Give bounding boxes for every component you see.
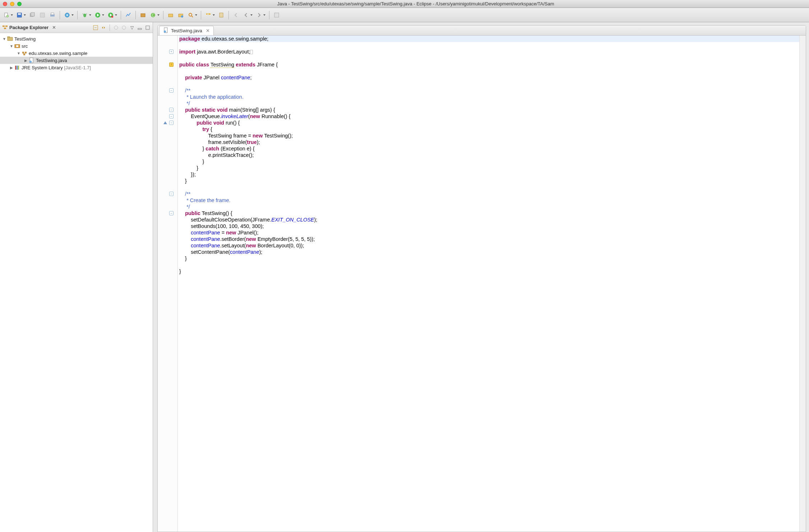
package-explorer-actions: ▽ (93, 24, 151, 31)
tree-label-decoration: [JavaSE-1.7] (64, 65, 91, 70)
source-folder-icon (14, 43, 20, 49)
svg-rect-6 (40, 13, 45, 17)
filters-button[interactable] (121, 25, 127, 31)
link-editor-button[interactable] (101, 25, 106, 31)
editor-tab-active[interactable]: J TestSwing.java ✕ (159, 26, 214, 35)
svg-rect-3 (18, 13, 21, 15)
svg-rect-27 (219, 13, 223, 17)
svg-rect-48 (17, 66, 18, 70)
debug-button[interactable] (80, 11, 89, 19)
svg-rect-30 (5, 25, 8, 27)
svg-rect-16 (111, 16, 113, 18)
svg-point-22 (181, 15, 183, 18)
svg-point-34 (122, 26, 126, 29)
svg-rect-26 (208, 13, 211, 15)
run-button[interactable] (93, 11, 102, 19)
svg-rect-49 (18, 66, 19, 70)
close-tab-icon[interactable]: ✕ (206, 28, 210, 33)
svg-rect-25 (206, 13, 208, 15)
tree-file-selected[interactable]: ▶ J TestSwing.java (0, 57, 153, 64)
editor-container: J TestSwing.java ✕ ! package edu.utexas.… (157, 25, 806, 532)
svg-rect-40 (16, 45, 18, 47)
open-resource-button[interactable] (176, 11, 185, 19)
save-disabled-button (38, 11, 47, 19)
svg-rect-28 (274, 13, 279, 17)
package-explorer-pane: Package Explorer ✕ ▽ ▼ TestSwing ▼ (0, 22, 153, 532)
tree-project[interactable]: ▼ TestSwing (0, 35, 153, 42)
search-button[interactable] (186, 11, 195, 19)
toggle-breadcrumb-button[interactable] (204, 11, 213, 19)
print-button[interactable] (48, 11, 57, 19)
project-icon (7, 36, 13, 42)
svg-point-23 (189, 13, 192, 16)
disclosure-icon[interactable]: ▶ (9, 66, 14, 70)
nav-back-button[interactable] (242, 11, 250, 19)
toolbar-separator (60, 11, 60, 19)
toolbar-separator (77, 11, 78, 19)
editor-tab-label: TestSwing.java (171, 28, 202, 33)
toolbar-separator (135, 11, 136, 19)
titlebar: Java - TestSwing/src/edu/utexas/se/swing… (0, 0, 809, 8)
toolbar-separator (201, 11, 201, 19)
collapse-all-button[interactable] (93, 25, 98, 31)
window-controls (3, 2, 22, 6)
view-menu-button[interactable]: ▽ (129, 25, 135, 31)
disclosure-icon[interactable]: ▼ (9, 44, 14, 48)
zoom-window-button[interactable] (17, 2, 22, 6)
action-separator (110, 24, 110, 31)
minimize-view-button[interactable] (137, 25, 143, 31)
perspective-button[interactable] (272, 11, 281, 19)
save-all-button[interactable] (28, 11, 37, 19)
svg-rect-42 (25, 52, 27, 53)
open-type-button[interactable] (166, 11, 175, 19)
build-button[interactable] (63, 11, 71, 19)
tree-package[interactable]: ▼ edu.utexas.se.swing.sample (0, 50, 153, 57)
disclosure-icon[interactable]: ▼ (17, 51, 21, 55)
svg-point-11 (83, 14, 86, 17)
package-explorer-header: Package Explorer ✕ ▽ (0, 22, 153, 33)
toolbar-separator (163, 11, 163, 19)
pin-editor-button[interactable] (217, 11, 226, 19)
disclosure-icon[interactable]: ▼ (2, 37, 6, 41)
svg-rect-31 (4, 28, 6, 29)
svg-text:C: C (152, 13, 154, 17)
tree-src-folder[interactable]: ▼ src (0, 42, 153, 50)
svg-line-24 (191, 16, 193, 17)
new-wizard-button[interactable] (2, 11, 11, 19)
svg-rect-29 (3, 25, 5, 27)
new-package-button[interactable] (139, 11, 147, 19)
tree-label: TestSwing.java (36, 58, 67, 63)
main-toolbar: C (0, 8, 809, 22)
editor-area: J TestSwing.java ✕ ! package edu.utexas.… (153, 22, 809, 532)
disclosure-icon[interactable]: ▶ (24, 59, 28, 62)
new-class-button[interactable]: C (149, 11, 157, 19)
coverage-button[interactable] (124, 11, 133, 19)
close-view-icon[interactable]: ✕ (52, 25, 56, 30)
run-last-button[interactable] (106, 11, 115, 19)
svg-rect-38 (8, 37, 10, 38)
window-title: Java - TestSwing/src/edu/utexas/se/swing… (25, 1, 806, 6)
nav-forward-button[interactable] (255, 11, 263, 19)
minimize-window-button[interactable] (10, 2, 14, 6)
tree-label: TestSwing (14, 36, 36, 42)
editor-gutter[interactable]: ! (158, 36, 178, 532)
package-explorer-title: Package Explorer ✕ (2, 24, 56, 31)
tree-label: src (22, 43, 28, 49)
package-explorer-label: Package Explorer (9, 25, 48, 30)
maximize-view-button[interactable] (145, 25, 151, 31)
svg-rect-17 (141, 14, 145, 17)
package-explorer-tree[interactable]: ▼ TestSwing ▼ src ▼ edu.utexas.se.swing.… (0, 33, 153, 73)
focus-button[interactable] (113, 25, 119, 31)
overview-ruler[interactable] (799, 36, 806, 532)
main-split: Package Explorer ✕ ▽ ▼ TestSwing ▼ (0, 22, 809, 532)
svg-point-33 (114, 26, 118, 29)
save-button[interactable] (15, 11, 24, 19)
editor-body: ! package edu.utexas.se.swing.sample; im… (158, 36, 806, 532)
tree-library[interactable]: ▶ JRE System Library [JavaSE-1.7] (0, 64, 153, 71)
code-editor[interactable]: package edu.utexas.se.swing.sample; impo… (178, 36, 799, 532)
package-icon (22, 50, 27, 56)
close-window-button[interactable] (3, 2, 7, 6)
toolbar-separator (269, 11, 269, 19)
tree-label: JRE System Library (22, 65, 63, 70)
package-explorer-icon (2, 24, 8, 31)
